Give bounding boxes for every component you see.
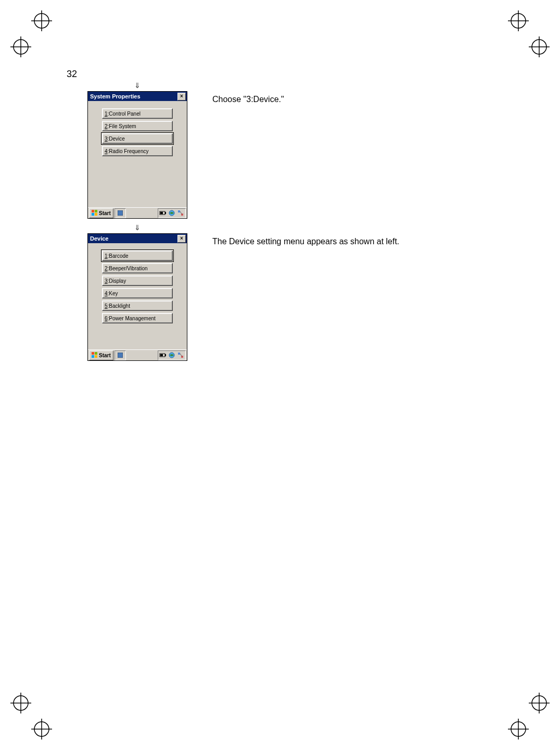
svg-rect-32 (118, 353, 123, 358)
menu-item-label: :Radio Frequency (108, 148, 149, 154)
menu-item-3[interactable]: 3:Device (102, 133, 173, 144)
menu-item-2[interactable]: 2:Beeper/Vibration (102, 263, 173, 273)
svg-rect-26 (165, 212, 166, 214)
window-title: System Properties (90, 93, 141, 99)
menu-item-label: :Beeper/Vibration (108, 266, 148, 271)
svg-rect-24 (118, 210, 123, 216)
window-title: Device (90, 235, 108, 242)
menu-item-label: :Key (108, 291, 118, 296)
menu-item-label: :Power Management (108, 316, 156, 321)
instruction-text: Choose "3:Device." (212, 91, 284, 105)
svg-rect-29 (178, 210, 180, 212)
battery-icon (159, 210, 167, 216)
menu-item-6[interactable]: 6:Power Management (102, 313, 173, 323)
start-button[interactable]: Start (89, 350, 113, 360)
taskbar: Start (88, 349, 187, 360)
start-label: Start (99, 210, 111, 216)
crop-mark-icon (529, 36, 550, 57)
menu-item-4[interactable]: 4:Key (102, 288, 173, 298)
menu-item-2[interactable]: 2:File System (102, 121, 173, 131)
instruction-text: The Device setting menu appears as shown… (212, 233, 399, 247)
taskbar: Start (88, 207, 187, 218)
system-tray (158, 208, 186, 218)
system-properties-window: System Properties × 1:Control Panel2:Fil… (87, 91, 187, 219)
windows-logo-icon (92, 210, 98, 216)
down-arrow-icon: ⇓ (134, 81, 141, 90)
menu-item-label: :Control Panel (108, 111, 141, 117)
crop-mark-icon (10, 36, 31, 57)
crop-mark-icon (31, 10, 52, 31)
menu-area: 1:Barcode2:Beeper/Vibration3:Display4:Ke… (88, 243, 187, 349)
device-window: Device × 1:Barcode2:Beeper/Vibration3:Di… (87, 233, 187, 361)
globe-icon (168, 210, 175, 216)
down-arrow-icon: ⇓ (134, 223, 141, 232)
menu-item-label: :Backlight (108, 303, 130, 309)
crop-mark-icon (508, 10, 529, 31)
page-number: 32 (67, 69, 77, 80)
menu-area: 1:Control Panel2:File System3:Device4:Ra… (88, 101, 187, 207)
titlebar: Device × (88, 234, 187, 243)
menu-item-1[interactable]: 1:Control Panel (102, 108, 173, 119)
menu-item-label: :Barcode (108, 253, 129, 259)
svg-rect-35 (160, 354, 163, 356)
crop-mark-icon (10, 693, 31, 713)
crop-mark-icon (508, 719, 529, 740)
windows-logo-icon (92, 352, 98, 358)
globe-icon (168, 352, 175, 358)
taskbar-app-button[interactable] (114, 208, 126, 218)
svg-rect-37 (178, 353, 180, 355)
network-icon (177, 352, 184, 358)
crop-mark-icon (529, 693, 550, 713)
battery-icon (159, 352, 167, 358)
taskbar-app-button[interactable] (114, 350, 126, 360)
close-button[interactable]: × (177, 235, 186, 243)
start-label: Start (99, 353, 111, 358)
start-button[interactable]: Start (89, 208, 113, 218)
menu-item-5[interactable]: 5:Backlight (102, 300, 173, 311)
svg-rect-34 (165, 354, 166, 356)
crop-mark-icon (31, 719, 52, 740)
menu-item-4[interactable]: 4:Radio Frequency (102, 146, 173, 156)
titlebar: System Properties × (88, 92, 187, 101)
close-button[interactable]: × (177, 93, 186, 101)
menu-item-1[interactable]: 1:Barcode (102, 250, 173, 261)
svg-rect-27 (160, 212, 163, 214)
menu-item-label: :Device (108, 136, 125, 142)
menu-item-3[interactable]: 3:Display (102, 275, 173, 286)
system-tray (158, 350, 186, 360)
network-icon (177, 210, 184, 216)
menu-item-label: :File System (108, 123, 136, 129)
menu-item-label: :Display (108, 278, 126, 284)
